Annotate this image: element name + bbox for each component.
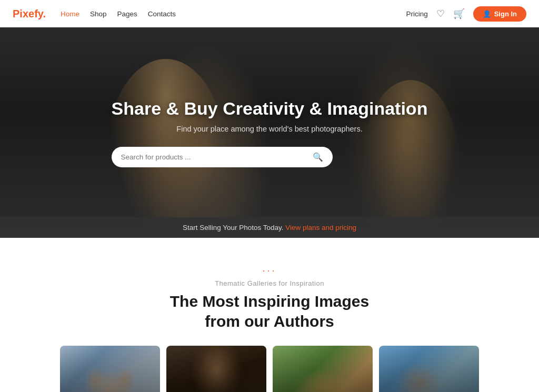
navbar-right: Pricing ♡ 🛒 👤 Sign In — [406, 6, 526, 22]
wishlist-icon[interactable]: ♡ — [436, 8, 445, 19]
hero-subtitle: Find your place among the world's best p… — [112, 125, 428, 133]
hero-content: Share & Buy Creativity & Imagination Fin… — [101, 98, 438, 167]
nav-home[interactable]: Home — [61, 10, 79, 18]
gallery-cards-container: Family Fashion Nature Travel — [11, 346, 528, 392]
view-plans-link[interactable]: View plans and pricing — [285, 224, 356, 232]
card-overlay — [379, 346, 479, 392]
hero-section: Share & Buy Creativity & Imagination Fin… — [0, 27, 539, 238]
card-overlay — [273, 346, 373, 392]
galleries-section: ... Thematic Galleries for Inspiration T… — [0, 238, 539, 392]
search-icon[interactable]: 🔍 — [313, 152, 323, 162]
main-nav: Home Shop Pages Contacts — [61, 10, 176, 18]
nav-shop[interactable]: Shop — [90, 10, 107, 18]
nav-pages[interactable]: Pages — [117, 10, 137, 18]
pricing-link[interactable]: Pricing — [406, 10, 427, 18]
search-bar: 🔍 — [112, 147, 333, 167]
galleries-title: The Most Inspiring Images from our Autho… — [11, 292, 528, 331]
card-overlay — [60, 346, 160, 392]
logo[interactable]: Pixefy. — [13, 8, 46, 20]
gallery-card-fashion[interactable]: Fashion — [166, 346, 266, 392]
search-input[interactable] — [121, 153, 313, 161]
gallery-card-travel[interactable]: Travel — [379, 346, 479, 392]
cart-icon[interactable]: 🛒 — [453, 8, 465, 19]
hero-bottom-bar: Start Selling Your Photos Today. View pl… — [0, 217, 539, 238]
nav-contacts[interactable]: Contacts — [148, 10, 176, 18]
hero-title: Share & Buy Creativity & Imagination — [112, 98, 428, 119]
signin-button[interactable]: 👤 Sign In — [473, 6, 526, 22]
user-icon: 👤 — [483, 10, 491, 18]
galleries-subtitle: Thematic Galleries for Inspiration — [11, 279, 528, 287]
gallery-card-family[interactable]: Family — [60, 346, 160, 392]
gallery-card-nature[interactable]: Nature — [273, 346, 373, 392]
navbar: Pixefy. Home Shop Pages Contacts Pricing… — [0, 0, 539, 27]
card-overlay — [166, 346, 266, 392]
navbar-left: Pixefy. Home Shop Pages Contacts — [13, 8, 176, 20]
decorative-dots: ... — [11, 263, 528, 274]
